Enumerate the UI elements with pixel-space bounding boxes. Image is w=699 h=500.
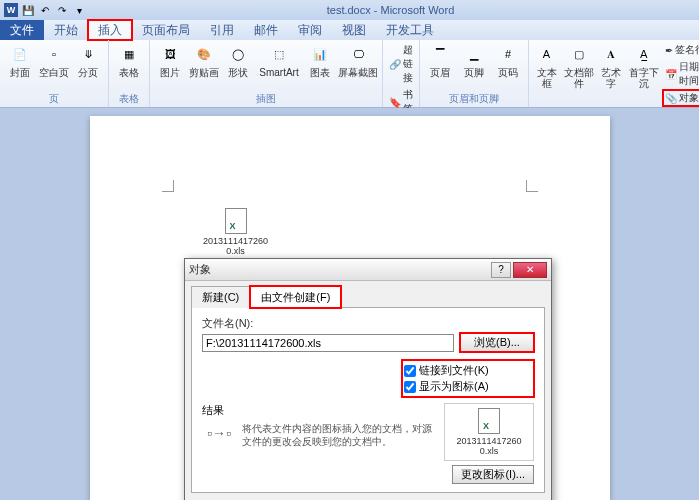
- window-title: test.docx - Microsoft Word: [86, 4, 695, 16]
- redo-icon[interactable]: ↷: [55, 3, 69, 17]
- group-label-illus: 插图: [154, 91, 378, 106]
- dialog-close-icon[interactable]: ✕: [513, 262, 547, 278]
- pagenum-button[interactable]: #页码: [492, 42, 524, 78]
- filename-label: 文件名(N):: [202, 316, 534, 331]
- shapes-button[interactable]: ◯形状: [222, 42, 254, 78]
- object-dialog: 对象 ? ✕ 新建(C) 由文件创建(F) 文件名(N): 浏览(B)... 链…: [184, 258, 552, 500]
- group-label-tables: 表格: [113, 91, 145, 106]
- excel-file-icon: [478, 408, 500, 434]
- embedded-object[interactable]: 20131114172600.xls: [200, 208, 272, 256]
- tab-mailings[interactable]: 邮件: [244, 20, 288, 40]
- preview-filename: 20131114172600.xls: [453, 436, 525, 456]
- margin-corner-tr: [526, 180, 538, 192]
- save-icon[interactable]: 💾: [21, 3, 35, 17]
- group-links: 🔗超链接 🔖书签 ↔交叉引用 链接: [383, 40, 420, 107]
- smartart-button[interactable]: ⬚SmartArt: [256, 42, 302, 78]
- margin-corner-tl: [162, 180, 174, 192]
- tab-references[interactable]: 引用: [200, 20, 244, 40]
- browse-button[interactable]: 浏览(B)...: [460, 333, 534, 352]
- header-button[interactable]: ▔页眉: [424, 42, 456, 78]
- undo-icon[interactable]: ↶: [38, 3, 52, 17]
- group-header-footer: ▔页眉 ▁页脚 #页码 页眉和页脚: [420, 40, 529, 107]
- options-block: 链接到文件(K) 显示为图标(A): [402, 360, 534, 397]
- group-label-pages: 页: [4, 91, 104, 106]
- result-label: 结果: [202, 403, 436, 418]
- tab-view[interactable]: 视图: [332, 20, 376, 40]
- icon-preview: 20131114172600.xls: [444, 403, 534, 461]
- group-pages: 📄封面 ▫空白页 ⤋分页 页: [0, 40, 109, 107]
- group-label-hf: 页眉和页脚: [424, 91, 524, 106]
- change-icon-button[interactable]: 更改图标(I)...: [452, 465, 534, 484]
- embedded-object-label: 20131114172600.xls: [200, 236, 272, 256]
- filename-input[interactable]: [202, 334, 454, 352]
- word-app-icon: W: [4, 3, 18, 17]
- cover-page-button[interactable]: 📄封面: [4, 42, 36, 78]
- result-description: ▫→▫ 将代表文件内容的图标插入您的文档，对源文件的更改会反映到您的文档中。: [202, 422, 436, 448]
- group-text: A文本框 ▢文档部件 𝐀艺术字 A̲首字下沉 ✒签名行 📅日期和时间 📎对象 ▾…: [529, 40, 699, 107]
- dialog-help-icon[interactable]: ?: [491, 262, 511, 278]
- blank-page-button[interactable]: ▫空白页: [38, 42, 70, 78]
- tab-developer[interactable]: 开发工具: [376, 20, 444, 40]
- tab-insert[interactable]: 插入: [88, 20, 132, 40]
- page-break-button[interactable]: ⤋分页: [72, 42, 104, 78]
- textbox-button[interactable]: A文本框: [533, 42, 560, 89]
- dialog-content: 文件名(N): 浏览(B)... 链接到文件(K) 显示为图标(A) 结果 ▫→…: [191, 307, 545, 493]
- datetime-button[interactable]: 📅日期和时间: [663, 59, 699, 89]
- group-illustrations: 🖼图片 🎨剪贴画 ◯形状 ⬚SmartArt 📊图表 🖵屏幕截图 插图: [150, 40, 383, 107]
- dropcap-button[interactable]: A̲首字下沉: [627, 42, 661, 89]
- chart-button[interactable]: 📊图表: [304, 42, 336, 78]
- signature-button[interactable]: ✒签名行: [663, 42, 699, 58]
- picture-button[interactable]: 🖼图片: [154, 42, 186, 78]
- tab-file[interactable]: 文件: [0, 20, 44, 40]
- tab-from-file[interactable]: 由文件创建(F): [250, 286, 341, 308]
- footer-button[interactable]: ▁页脚: [458, 42, 490, 78]
- hyperlink-button[interactable]: 🔗超链接: [387, 42, 415, 86]
- result-link-icon: ▫→▫: [202, 422, 236, 444]
- clipart-button[interactable]: 🎨剪贴画: [188, 42, 220, 78]
- dialog-title: 对象: [189, 262, 491, 277]
- menu-bar: 文件 开始 插入 页面布局 引用 邮件 审阅 视图 开发工具: [0, 20, 699, 40]
- excel-file-icon: [225, 208, 247, 234]
- tab-review[interactable]: 审阅: [288, 20, 332, 40]
- display-as-icon-checkbox[interactable]: 显示为图标(A): [404, 379, 532, 394]
- title-bar: W 💾 ↶ ↷ ▾ test.docx - Microsoft Word: [0, 0, 699, 20]
- tab-home[interactable]: 开始: [44, 20, 88, 40]
- tab-create-new[interactable]: 新建(C): [191, 286, 250, 308]
- table-button[interactable]: ▦表格: [113, 42, 145, 78]
- link-to-file-checkbox[interactable]: 链接到文件(K): [404, 363, 532, 378]
- tab-layout[interactable]: 页面布局: [132, 20, 200, 40]
- screenshot-button[interactable]: 🖵屏幕截图: [338, 42, 378, 78]
- object-button[interactable]: 📎对象 ▾: [663, 90, 699, 106]
- wordart-button[interactable]: 𝐀艺术字: [598, 42, 625, 89]
- quickparts-button[interactable]: ▢文档部件: [562, 42, 596, 89]
- qat-dropdown-icon[interactable]: ▾: [72, 3, 86, 17]
- ribbon: 📄封面 ▫空白页 ⤋分页 页 ▦表格 表格 🖼图片 🎨剪贴画 ◯形状 ⬚Smar…: [0, 40, 699, 108]
- dialog-titlebar[interactable]: 对象 ? ✕: [185, 259, 551, 281]
- group-tables: ▦表格 表格: [109, 40, 150, 107]
- dialog-tabs: 新建(C) 由文件创建(F): [185, 281, 551, 307]
- quick-access-toolbar: W 💾 ↶ ↷ ▾: [4, 3, 86, 17]
